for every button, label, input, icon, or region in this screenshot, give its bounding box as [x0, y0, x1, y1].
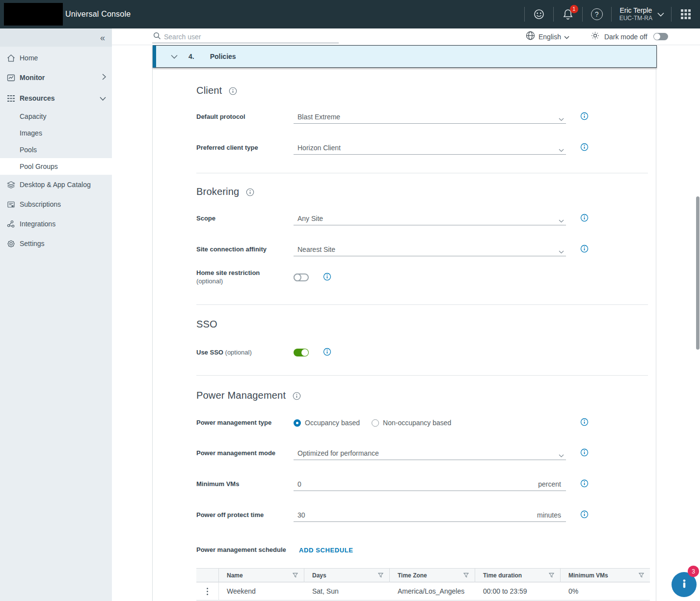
- chevron-down-icon: [559, 145, 564, 154]
- unit-label: percent: [538, 480, 566, 488]
- filter-icon[interactable]: [293, 573, 298, 579]
- preferred-client-type-select[interactable]: Horizon Client: [294, 141, 566, 155]
- language-selector[interactable]: English: [526, 31, 569, 42]
- info-icon[interactable]: [246, 188, 254, 196]
- power-management-mode-select[interactable]: Optimized for performance: [294, 446, 566, 460]
- cell-name: Weekend: [219, 582, 304, 601]
- table-header-name: Name: [219, 568, 304, 582]
- radio-label: Occupancy based: [305, 419, 360, 427]
- monitor-icon: [7, 74, 15, 82]
- chevron-right-icon: [102, 74, 106, 82]
- row-menu-kebab-icon[interactable]: [205, 586, 210, 597]
- info-icon[interactable]: [580, 510, 589, 520]
- info-icon[interactable]: [580, 245, 589, 255]
- radio-non-occupancy-based[interactable]: Non-occupancy based: [372, 419, 451, 427]
- filter-icon[interactable]: [549, 573, 554, 579]
- feedback-button[interactable]: [525, 0, 553, 28]
- sub-header: English Dark mode off: [112, 28, 700, 45]
- column-label: Time duration: [483, 572, 522, 579]
- main-content: 4. Policies Client Default protocol Blas…: [112, 45, 700, 601]
- logo-redacted: [4, 3, 63, 26]
- use-sso-toggle[interactable]: [294, 349, 309, 356]
- user-org: EUC-TM-RA: [619, 15, 652, 22]
- site-connection-affinity-select[interactable]: Nearest Site: [294, 243, 566, 256]
- table-header-days: Days: [304, 568, 390, 582]
- info-icon[interactable]: [580, 448, 589, 459]
- home-site-restriction-control: [294, 271, 566, 284]
- info-icon[interactable]: [580, 214, 589, 224]
- collapse-sidebar-icon[interactable]: «: [100, 33, 105, 42]
- add-schedule-button[interactable]: ADD SCHEDULE: [299, 546, 353, 554]
- default-protocol-select[interactable]: Blast Extreme: [294, 110, 566, 124]
- sidebar-item-capacity[interactable]: Capacity: [0, 108, 112, 125]
- info-icon[interactable]: [580, 112, 589, 122]
- top-bar: Universal Console 1: [0, 0, 700, 28]
- chevron-down-icon: [559, 216, 564, 225]
- sidebar-item-pools[interactable]: Pools: [0, 141, 112, 158]
- info-icon[interactable]: [229, 86, 237, 95]
- field-minimum-vms: Minimum VMs percent: [196, 477, 653, 491]
- info-icon[interactable]: [580, 418, 589, 428]
- sidebar-item-images[interactable]: Images: [0, 125, 112, 141]
- field-power-management-mode: Power management mode Optimized for perf…: [196, 446, 653, 460]
- sidebar-item-settings[interactable]: Settings: [0, 234, 112, 253]
- table-header-actions: [196, 568, 219, 582]
- sidebar-item-monitor[interactable]: Monitor: [0, 68, 112, 87]
- language-label: English: [538, 33, 561, 41]
- filter-icon[interactable]: [378, 573, 383, 579]
- gear-icon: [7, 240, 15, 248]
- sso-section-heading: SSO: [196, 318, 217, 330]
- filter-icon[interactable]: [463, 573, 469, 579]
- dark-mode-label: Dark mode off: [604, 33, 647, 41]
- minimum-vms-input[interactable]: [294, 480, 441, 488]
- sidebar-item-subscriptions[interactable]: Subscriptions: [0, 194, 112, 214]
- info-icon[interactable]: [323, 348, 331, 358]
- power-off-protect-time-input[interactable]: [294, 511, 441, 519]
- info-icon[interactable]: [580, 479, 589, 490]
- help-button[interactable]: ?: [583, 0, 611, 28]
- info-icon[interactable]: [293, 391, 301, 400]
- client-section-heading: Client: [196, 84, 237, 97]
- sidebar-item-label: Integrations: [20, 220, 55, 228]
- sidebar-item-pool-groups[interactable]: Pool Groups: [0, 158, 112, 175]
- toggle-knob: [294, 273, 301, 281]
- heading-text: SSO: [196, 319, 217, 330]
- column-label: Name: [227, 572, 243, 579]
- step-number: 4.: [188, 53, 194, 60]
- field-label: Scope: [196, 215, 294, 223]
- sidebar-item-resources[interactable]: Resources: [0, 88, 112, 108]
- filter-icon[interactable]: [639, 573, 644, 579]
- scope-select[interactable]: Any Site: [294, 212, 566, 225]
- table-header-time-zone: Time Zone: [390, 568, 475, 582]
- sidebar-item-label: Desktop & App Catalog: [20, 181, 91, 189]
- selected-value: Optimized for performance: [294, 449, 379, 457]
- wizard-step-policies[interactable]: 4. Policies: [153, 45, 657, 68]
- radio-occupancy-based[interactable]: Occupancy based: [294, 419, 360, 427]
- sidebar-item-label: Pool Groups: [20, 163, 58, 170]
- sidebar-item-home[interactable]: Home: [0, 48, 112, 68]
- sidebar-item-integrations[interactable]: Integrations: [0, 214, 112, 234]
- sidebar-item-label: Resources: [20, 94, 55, 102]
- field-label: Power management type: [196, 419, 294, 427]
- sidebar-item-desktop-app-catalog[interactable]: Desktop & App Catalog: [0, 175, 112, 194]
- search-input[interactable]: [164, 33, 339, 41]
- smiley-icon: [533, 8, 545, 20]
- label-text: Use SSO: [196, 349, 223, 356]
- info-icon[interactable]: [580, 143, 589, 153]
- use-sso-control: [294, 346, 566, 359]
- vertical-scrollbar-thumb[interactable]: [696, 196, 700, 350]
- globe-icon: [526, 31, 535, 42]
- user-menu[interactable]: Eric Terple EUC-TM-RA: [612, 0, 671, 28]
- sidebar-header: «: [0, 28, 112, 47]
- table-header-minimum-vms: Minimum VMs: [561, 568, 650, 582]
- toggle-knob: [301, 349, 308, 356]
- document-icon: [7, 200, 15, 209]
- app-launcher-button[interactable]: [672, 0, 700, 28]
- dark-mode-toggle[interactable]: [653, 33, 668, 40]
- label-text: Home site restriction: [196, 269, 260, 276]
- chevron-down-icon: [559, 114, 564, 123]
- notifications-button[interactable]: 1: [554, 0, 582, 28]
- info-icon[interactable]: [323, 273, 331, 283]
- home-site-restriction-toggle[interactable]: [294, 273, 309, 281]
- home-icon: [7, 54, 15, 62]
